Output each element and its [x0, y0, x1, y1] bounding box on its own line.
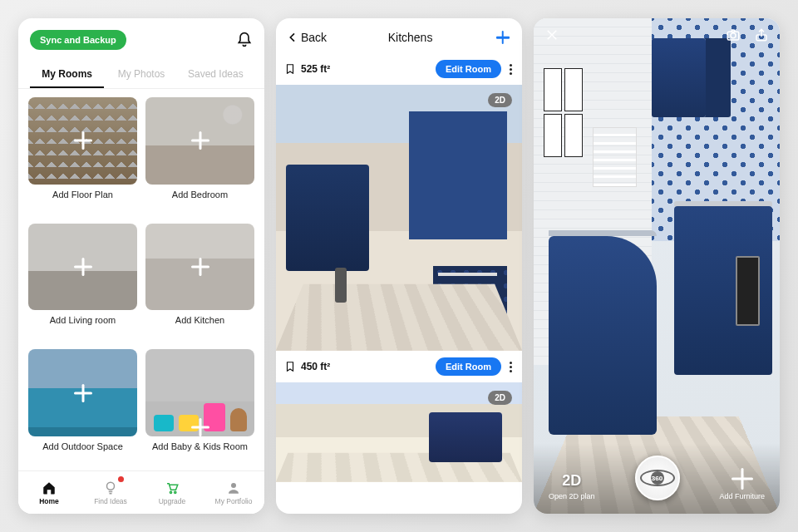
mode-label: 2D — [562, 472, 581, 490]
phone-kitchens-list: Back Kitchens 525 ft² Edit Room 2D — [276, 18, 522, 514]
room-preview[interactable]: 2D — [276, 85, 522, 351]
editor-bottom-bar: 2D Open 2D plan 360 Add Furniture — [534, 444, 780, 514]
thumb-kids-room — [145, 349, 254, 436]
nav-label: Upgrade — [159, 497, 186, 505]
card-add-living-room[interactable]: Add Living room — [28, 224, 137, 342]
tabs: My Rooms My Photos Saved Ideas — [18, 55, 264, 89]
svg-point-0 — [107, 482, 115, 490]
card-label: Add Living room — [28, 310, 137, 327]
plus-icon — [191, 258, 209, 276]
nav-label: Home — [39, 497, 59, 505]
plus-icon — [732, 468, 753, 490]
back-label: Back — [301, 31, 327, 44]
bookmark-icon — [284, 361, 296, 372]
editor-top-bar — [534, 18, 780, 52]
orbit-label: 360 — [652, 475, 663, 482]
kitchen-render — [276, 382, 522, 482]
open-2d-button[interactable]: 2D Open 2D plan — [549, 472, 595, 500]
nav-label: Find Ideas — [94, 497, 127, 505]
card-add-outdoor[interactable]: Add Outdoor Space — [28, 349, 137, 467]
view-mode-badge[interactable]: 2D — [488, 93, 512, 107]
page-title: Kitchens — [388, 31, 433, 44]
card-add-kids-room[interactable]: Add Baby & Kids Room — [145, 349, 254, 467]
edit-room-button[interactable]: Edit Room — [436, 357, 501, 376]
thumb-floor-plan — [28, 97, 137, 185]
share-button[interactable] — [753, 27, 770, 43]
plus-icon — [74, 258, 92, 276]
card-add-bedroom[interactable]: Add Bedroom — [145, 97, 254, 215]
kitchen-render — [276, 85, 522, 351]
room-info-bar: 450 ft² Edit Room — [276, 351, 522, 382]
plus-icon — [191, 418, 209, 436]
orbit-360-button[interactable]: 360 — [635, 456, 680, 500]
add-furniture-label: Add Furniture — [719, 492, 765, 500]
nav-portfolio[interactable]: My Portfolio — [203, 471, 264, 514]
thumb-bedroom — [145, 97, 254, 185]
top-bar: Sync and Backup — [18, 18, 264, 55]
plus-icon — [191, 131, 209, 150]
view-mode-badge[interactable]: 2D — [488, 391, 512, 405]
room-area: 450 ft² — [284, 361, 330, 372]
thumb-kitchen — [145, 224, 254, 311]
plus-icon — [74, 131, 92, 150]
area-value: 450 ft² — [301, 361, 330, 372]
tab-saved-ideas[interactable]: Saved Ideas — [179, 62, 253, 88]
close-button[interactable] — [544, 27, 560, 43]
kitchen-3d-scene[interactable] — [534, 18, 780, 514]
person-icon — [226, 480, 241, 495]
nav-label: My Portfolio — [215, 497, 253, 505]
tab-my-rooms[interactable]: My Rooms — [30, 62, 104, 88]
nav-find-ideas[interactable]: Find Ideas — [80, 471, 141, 514]
card-add-kitchen[interactable]: Add Kitchen — [145, 224, 254, 342]
card-label: Add Bedroom — [145, 185, 254, 201]
room-info-bar: 525 ft² Edit Room — [276, 53, 522, 85]
room-preview[interactable]: 2D — [276, 382, 522, 482]
nav-home[interactable]: Home — [18, 471, 80, 514]
card-label: Add Floor Plan — [28, 185, 137, 201]
bookmark-icon — [284, 63, 296, 75]
home-icon — [42, 480, 57, 495]
svg-point-3 — [231, 483, 236, 488]
svg-point-1 — [170, 491, 171, 493]
thumb-living-room — [28, 224, 137, 311]
cart-icon — [165, 480, 180, 495]
tab-my-photos[interactable]: My Photos — [104, 62, 178, 88]
bulb-icon — [103, 480, 118, 495]
phone-my-rooms: Sync and Backup My Rooms My Photos Saved… — [18, 18, 264, 514]
room-list[interactable]: 525 ft² Edit Room 2D 450 ft² — [276, 53, 522, 514]
card-add-floor-plan[interactable]: Add Floor Plan — [28, 97, 137, 215]
more-menu-button[interactable] — [508, 358, 514, 376]
add-room-button[interactable] — [494, 28, 512, 47]
nav-upgrade[interactable]: Upgrade — [141, 471, 203, 514]
sync-backup-button[interactable]: Sync and Backup — [30, 30, 126, 50]
card-label: Add Baby & Kids Room — [145, 436, 254, 453]
phone-3d-editor: 2D Open 2D plan 360 Add Furniture — [534, 18, 780, 514]
area-value: 525 ft² — [301, 63, 330, 75]
room-grid: Add Floor Plan Add Bedroom Add Living ro… — [18, 89, 264, 470]
svg-point-5 — [731, 33, 736, 38]
more-menu-button[interactable] — [508, 61, 514, 78]
nav-bar: Back Kitchens — [276, 18, 522, 53]
plus-icon — [74, 384, 92, 402]
bottom-nav: Home Find Ideas Upgrade My Portfolio — [18, 470, 264, 514]
camera-button[interactable] — [725, 27, 741, 43]
add-furniture-button[interactable]: Add Furniture — [719, 468, 765, 500]
mode-sub: Open 2D plan — [549, 492, 595, 500]
notifications-icon[interactable] — [236, 32, 253, 48]
edit-room-button[interactable]: Edit Room — [436, 60, 501, 78]
svg-point-2 — [175, 491, 176, 493]
card-label: Add Kitchen — [145, 310, 254, 327]
badge-dot — [118, 476, 124, 482]
thumb-outdoor — [28, 349, 137, 436]
back-button[interactable]: Back — [286, 31, 327, 44]
card-label: Add Outdoor Space — [28, 436, 137, 453]
room-area: 525 ft² — [284, 63, 330, 75]
